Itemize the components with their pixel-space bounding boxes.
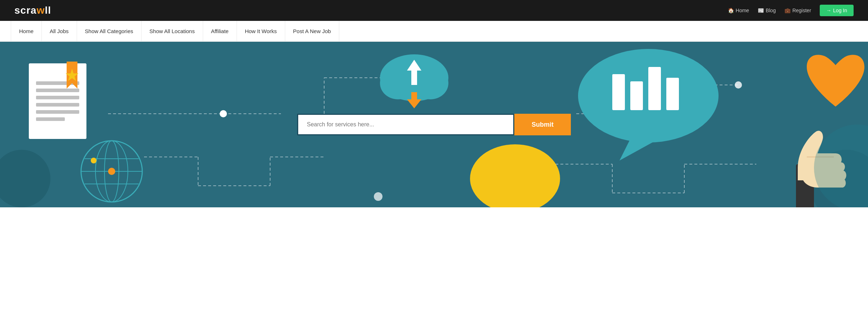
secnav-home[interactable]: Home xyxy=(11,21,42,42)
svg-point-46 xyxy=(380,67,416,99)
hero-section: Submit xyxy=(0,42,868,207)
logo: scrawll xyxy=(14,5,51,16)
nav-home-link[interactable]: 🏠 Home xyxy=(728,8,749,13)
svg-rect-34 xyxy=(36,117,65,121)
search-container: Submit xyxy=(297,114,571,135)
svg-rect-31 xyxy=(36,96,79,99)
secnav-all-jobs[interactable]: All Jobs xyxy=(42,21,77,42)
secnav-show-all-locations[interactable]: Show All Locations xyxy=(142,21,203,42)
search-input[interactable] xyxy=(297,114,514,135)
nav-register-link[interactable]: 💼 Register xyxy=(784,8,811,13)
login-button[interactable]: → Log In xyxy=(820,5,854,16)
bottom-strip xyxy=(0,207,868,227)
svg-rect-30 xyxy=(36,89,79,92)
svg-rect-55 xyxy=(666,78,679,110)
top-nav: 🏠 Home 📰 Blog 💼 Register → Log In xyxy=(728,5,854,16)
top-bar: scrawll 🏠 Home 📰 Blog 💼 Register → Log I… xyxy=(0,0,868,21)
svg-point-43 xyxy=(108,168,115,175)
logo-accent: w xyxy=(37,5,45,16)
submit-button[interactable]: Submit xyxy=(514,114,571,135)
svg-rect-54 xyxy=(648,67,661,110)
nav-blog-link[interactable]: 📰 Blog xyxy=(758,8,776,13)
secnav-how-it-works[interactable]: How It Works xyxy=(237,21,285,42)
home-icon: 🏠 xyxy=(728,8,734,13)
secondary-nav: Home All Jobs Show All Categories Show A… xyxy=(0,21,868,42)
svg-rect-52 xyxy=(612,74,625,110)
home-label: Home xyxy=(736,8,749,13)
blog-icon: 📰 xyxy=(758,8,764,13)
submit-label: Submit xyxy=(532,121,554,128)
secnav-affiliate[interactable]: Affiliate xyxy=(203,21,237,42)
svg-rect-33 xyxy=(36,110,79,114)
secnav-post-new-job[interactable]: Post A New Job xyxy=(285,21,339,42)
login-label: Log In xyxy=(833,8,847,13)
svg-point-24 xyxy=(374,192,382,201)
svg-point-44 xyxy=(91,158,97,163)
blog-label: Blog xyxy=(766,8,776,13)
svg-rect-32 xyxy=(36,103,79,107)
svg-point-20 xyxy=(220,110,227,117)
svg-point-47 xyxy=(412,67,448,99)
svg-rect-28 xyxy=(29,63,86,139)
register-icon: 💼 xyxy=(784,8,791,13)
secnav-show-all-categories[interactable]: Show All Categories xyxy=(77,21,142,42)
login-icon: → xyxy=(826,8,831,13)
register-label: Register xyxy=(792,8,811,13)
svg-rect-53 xyxy=(630,81,643,110)
svg-point-23 xyxy=(735,81,742,89)
